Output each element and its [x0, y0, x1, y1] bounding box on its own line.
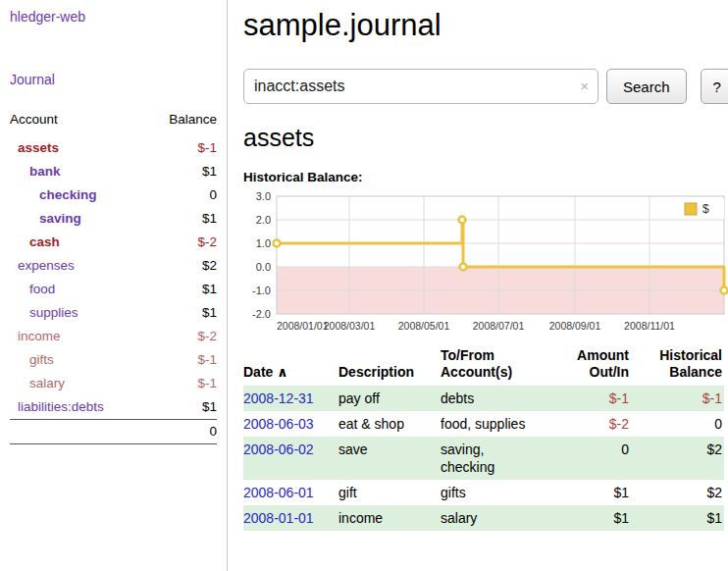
- account-row: expenses $2: [10, 254, 217, 278]
- account-balance: $1: [147, 278, 217, 301]
- account-link[interactable]: food: [29, 282, 55, 296]
- register-date-link[interactable]: 2008-12-31: [243, 390, 314, 406]
- register-header-row: Date ∧ Description To/From Account(s) Am…: [243, 347, 724, 386]
- account-link[interactable]: saving: [39, 211, 81, 226]
- register-date-link[interactable]: 2008-01-01: [243, 510, 314, 526]
- help-button[interactable]: ?: [701, 69, 728, 104]
- accounts-header-row: Account Balance: [10, 112, 217, 136]
- register-date-link[interactable]: 2008-06-01: [243, 485, 314, 500]
- register-header-amount: Amount Out/In: [550, 347, 631, 386]
- y-axis-tick-label: -1.0: [252, 285, 271, 296]
- search-button[interactable]: Search: [606, 69, 687, 104]
- register-accounts: gifts: [441, 480, 550, 505]
- y-axis-tick-label: -2.0: [252, 308, 271, 320]
- account-balance: $1: [147, 395, 217, 420]
- main-content: sample.journal × Search ? assets Histori…: [243, 0, 728, 531]
- y-axis-tick-label: 1.0: [256, 237, 271, 249]
- account-balance: $-1: [147, 348, 217, 372]
- register-header-description: Description: [338, 347, 441, 386]
- accounts-column-header-account: Account: [10, 112, 147, 136]
- x-axis-labels: 2008/01/01 2008/03/01 2008/05/01 2008/07…: [277, 320, 675, 332]
- y-axis-labels: 3.0 2.0 1.0 0.0 -1.0 -2.0: [252, 190, 271, 320]
- account-link[interactable]: bank: [29, 164, 61, 179]
- account-row: liabilities:debts $1: [10, 395, 217, 420]
- register-balance: $2: [631, 437, 724, 480]
- x-axis-tick-label: 2008/09/01: [549, 320, 601, 332]
- accounts-table: Account Balance assets $-1 bank $1 check…: [10, 112, 217, 444]
- chart-point: [460, 264, 467, 271]
- app-title-link[interactable]: hledger-web: [10, 9, 85, 25]
- account-link[interactable]: expenses: [18, 258, 75, 273]
- account-row: saving $1: [10, 207, 217, 231]
- register-amount: 0: [550, 437, 631, 480]
- register-row: 2008-01-01 income salary $1 $1: [243, 505, 724, 531]
- x-axis-tick-label: 2008/01/01: [277, 320, 329, 332]
- account-balance: $-1: [147, 136, 217, 160]
- register-description: gift: [338, 480, 441, 505]
- register-description: eat & shop: [338, 411, 441, 437]
- account-balance: $-1: [147, 372, 217, 395]
- clear-search-icon[interactable]: ×: [580, 78, 589, 94]
- accounts-column-header-balance: Balance: [147, 112, 217, 136]
- account-balance: $-2: [147, 231, 217, 254]
- nav-journal-link[interactable]: Journal: [10, 72, 55, 87]
- register-row: 2008-06-01 gift gifts $1 $2: [243, 480, 724, 505]
- register-description: income: [338, 505, 441, 531]
- account-row: cash $-2: [10, 231, 217, 254]
- account-row: assets $-1: [10, 136, 217, 160]
- register-balance: 0: [631, 411, 724, 437]
- accounts-total-value: 0: [147, 420, 217, 444]
- register-header-accounts: To/From Account(s): [441, 347, 550, 386]
- account-link[interactable]: checking: [39, 187, 97, 202]
- account-row: gifts $-1: [10, 348, 217, 372]
- account-row: bank $1: [10, 160, 217, 183]
- register-description: pay off: [338, 386, 441, 411]
- register-date-link[interactable]: 2008-06-03: [243, 416, 314, 432]
- account-balance: 0: [147, 183, 217, 207]
- search-form: × Search ?: [243, 69, 728, 104]
- register-date-link[interactable]: 2008-06-02: [243, 441, 314, 457]
- register-accounts: debts: [441, 386, 550, 411]
- account-link[interactable]: income: [18, 329, 61, 343]
- chart-point: [274, 240, 281, 247]
- legend-label: $: [702, 202, 709, 216]
- y-axis-tick-label: 2.0: [256, 214, 271, 226]
- y-axis-tick-label: 3.0: [256, 190, 271, 202]
- account-balance: $1: [147, 207, 217, 231]
- register-balance: $2: [631, 480, 724, 505]
- register-header-date[interactable]: Date ∧: [243, 347, 338, 386]
- register-amount: $1: [550, 480, 631, 505]
- account-link[interactable]: liabilities:debts: [18, 399, 104, 414]
- account-row: income $-2: [10, 325, 217, 348]
- account-link[interactable]: assets: [18, 140, 59, 155]
- account-balance: $2: [147, 254, 217, 278]
- chart-point: [459, 217, 466, 224]
- register-header-balance: Historical Balance: [631, 347, 724, 386]
- register-accounts: food, supplies: [441, 411, 550, 437]
- account-link[interactable]: supplies: [29, 305, 78, 320]
- y-axis-tick-label: 0.0: [256, 261, 271, 273]
- register-row: 2008-12-31 pay off debts $-1 $-1: [243, 386, 724, 411]
- sort-ascending-icon: ∧: [277, 364, 287, 380]
- account-balance: $1: [147, 301, 217, 325]
- register-amount: $-1: [550, 386, 631, 411]
- register-table: Date ∧ Description To/From Account(s) Am…: [243, 347, 724, 531]
- account-link[interactable]: salary: [29, 376, 65, 390]
- balance-chart: $ 3.0 2.0 1.0 0.0 -1.0 -2.0 2008/01/01 2…: [243, 190, 728, 336]
- x-axis-tick-label: 2008/11/01: [624, 320, 675, 332]
- app-title: hledger-web: [10, 8, 217, 26]
- search-input[interactable]: [243, 69, 598, 104]
- register-description: save: [338, 437, 441, 480]
- register-row: 2008-06-02 save saving, checking 0 $2: [243, 437, 724, 480]
- x-axis-tick-label: 2008/05/01: [398, 320, 450, 332]
- register-balance: $-1: [631, 386, 724, 411]
- register-accounts: saving, checking: [441, 437, 550, 480]
- account-balance: $-2: [147, 325, 217, 348]
- chart-point: [721, 287, 728, 294]
- account-row: checking 0: [10, 183, 217, 207]
- account-link[interactable]: gifts: [29, 352, 54, 367]
- sidebar: hledger-web Journal Account Balance asse…: [0, 0, 228, 571]
- account-heading: assets: [243, 124, 728, 152]
- register-amount: $1: [550, 505, 631, 531]
- account-link[interactable]: cash: [29, 234, 60, 249]
